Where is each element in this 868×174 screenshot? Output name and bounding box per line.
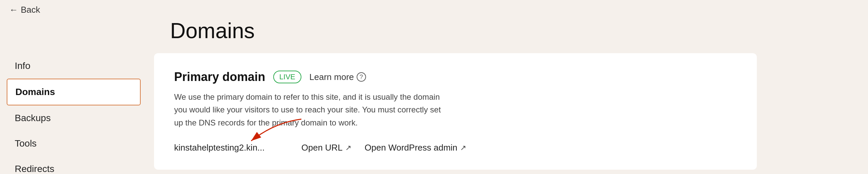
sidebar-item-domains[interactable]: Domains: [7, 79, 141, 105]
live-badge: LIVE: [273, 71, 301, 83]
sidebar-item-tools[interactable]: Tools: [7, 131, 141, 156]
info-circle-icon: ?: [356, 72, 366, 82]
domain-row: kinstahelptesting2.kin... Open URL ↗ Ope…: [174, 143, 737, 153]
card-title: Primary domain: [174, 70, 265, 84]
sidebar-item-info[interactable]: Info: [7, 53, 141, 79]
external-link-icon-2: ↗: [460, 144, 466, 152]
page-title: Domains: [157, 15, 255, 50]
open-wp-admin-link[interactable]: Open WordPress admin ↗: [365, 143, 466, 153]
content-area: Primary domain LIVE Learn more ? We use …: [147, 50, 868, 174]
domain-actions: Open URL ↗ Open WordPress admin ↗: [301, 143, 466, 153]
sidebar-item-backups[interactable]: Backups: [7, 105, 141, 131]
learn-more-link[interactable]: Learn more ?: [309, 72, 366, 82]
open-url-link[interactable]: Open URL ↗: [301, 143, 351, 153]
back-button[interactable]: ← Back: [9, 5, 40, 15]
primary-domain-card: Primary domain LIVE Learn more ? We use …: [154, 53, 757, 170]
sidebar: Info Domains Backups Tools Redirects: [0, 50, 147, 174]
card-header: Primary domain LIVE Learn more ?: [174, 70, 737, 84]
open-wp-admin-label: Open WordPress admin: [365, 143, 458, 153]
external-link-icon: ↗: [345, 144, 351, 152]
back-label: Back: [21, 5, 40, 15]
back-arrow-icon: ←: [9, 5, 18, 15]
card-description: We use the primary domain to refer to th…: [174, 91, 449, 129]
learn-more-label: Learn more: [309, 72, 354, 82]
sidebar-item-redirects[interactable]: Redirects: [7, 156, 141, 174]
arrow-annotation: [241, 116, 308, 147]
